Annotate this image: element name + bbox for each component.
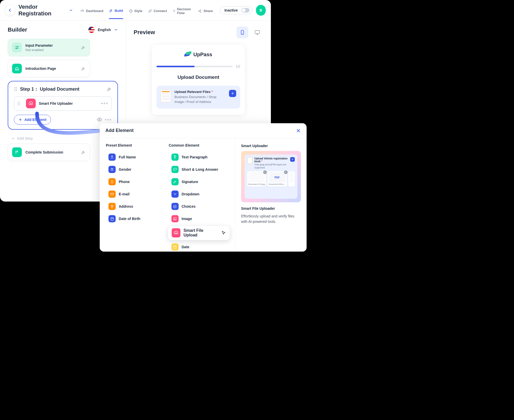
- element-date[interactable]: Date: [169, 241, 229, 252]
- top-bar: Vendor Registration Dashboard Build Styl…: [0, 0, 271, 21]
- card-subtitle: Not enabled: [25, 48, 77, 52]
- svg-point-15: [16, 89, 17, 89]
- svg-point-20: [18, 103, 19, 104]
- svg-point-33: [112, 206, 113, 206]
- close-button[interactable]: [296, 128, 301, 133]
- brand-name: UpPass: [193, 52, 212, 58]
- element-smart-upload[interactable]: Smart File Upload: [168, 225, 230, 240]
- flag-icon: [12, 147, 22, 157]
- element-phone[interactable]: Phone: [106, 176, 166, 187]
- common-elements-col: Common Element TText Paragraph Short & L…: [169, 143, 229, 246]
- element-dropdown[interactable]: Dropdown: [169, 188, 229, 200]
- preview-heading: Upload Document: [157, 74, 240, 80]
- svg-point-23: [19, 104, 20, 105]
- more-icon[interactable]: •••: [101, 100, 108, 107]
- brand-mark-icon: [185, 51, 191, 58]
- svg-point-11: [16, 48, 17, 49]
- more-icon[interactable]: •••: [105, 117, 112, 123]
- mail-icon: [108, 190, 116, 198]
- drag-handle-icon[interactable]: [14, 87, 17, 91]
- status-toggle[interactable]: Inactive: [220, 6, 252, 14]
- tab-label: Style: [134, 9, 142, 13]
- drag-handle-icon[interactable]: [17, 101, 20, 106]
- back-button[interactable]: [5, 5, 15, 16]
- step-element-card[interactable]: Smart File Uploader •••: [14, 96, 112, 111]
- tab-share[interactable]: Share: [198, 6, 213, 19]
- upload-title: Upload Relevant Files *: [175, 90, 225, 94]
- tab-decision-flow[interactable]: Decision Flow: [173, 6, 192, 19]
- element-full-name[interactable]: Full Name: [106, 151, 166, 163]
- eye-icon[interactable]: [97, 117, 102, 123]
- svg-rect-35: [174, 205, 176, 208]
- tab-dashboard[interactable]: Dashboard: [80, 6, 103, 19]
- element-dob[interactable]: Date of Birth: [106, 213, 166, 224]
- svg-point-19: [19, 102, 20, 102]
- language-label: English: [98, 28, 111, 32]
- tab-label: Dashboard: [86, 9, 103, 13]
- chevron-down-icon: [69, 8, 73, 13]
- svg-point-21: [19, 103, 20, 104]
- wrench-icon: [109, 8, 113, 13]
- settings-icon[interactable]: [107, 87, 112, 92]
- svg-point-8: [200, 9, 201, 10]
- title-dropdown[interactable]: Vendor Registration: [19, 4, 73, 17]
- svg-point-10: [17, 46, 18, 47]
- checkbox-icon: [171, 203, 179, 210]
- tab-build[interactable]: Build: [109, 6, 123, 19]
- settings-icon[interactable]: [81, 45, 86, 50]
- element-address[interactable]: Address: [106, 201, 166, 212]
- device-desktop-tab[interactable]: [251, 26, 263, 38]
- arrow-left-icon: [7, 8, 13, 13]
- plus-icon: [11, 137, 15, 140]
- element-gender[interactable]: Gender: [106, 164, 166, 175]
- add-element-button[interactable]: Add Element: [14, 115, 51, 125]
- svg-point-7: [199, 11, 199, 11]
- toggle-switch[interactable]: [241, 8, 250, 13]
- svg-point-13: [16, 87, 17, 88]
- device-mobile-tab[interactable]: [236, 26, 248, 38]
- element-answer[interactable]: Short & Long Answer: [169, 164, 229, 175]
- tab-connect[interactable]: Connect: [148, 6, 167, 19]
- add-file-button[interactable]: +: [229, 90, 236, 97]
- input-parameter-card[interactable]: Input Parameter Not enabled: [8, 39, 90, 56]
- upload-desc: Business Documents / Shop Image / Proof …: [175, 95, 225, 104]
- element-signature[interactable]: Signature: [169, 176, 229, 187]
- step-card: Step 1： Upload Document Smart File Uploa…: [8, 81, 118, 130]
- sliders-icon: [12, 43, 22, 52]
- detail-title: Smart File Uploader: [241, 206, 301, 211]
- tab-label: Connect: [154, 9, 167, 13]
- avatar[interactable]: B: [256, 5, 266, 16]
- element-email[interactable]: E-mail: [106, 188, 166, 200]
- col-heading: Common Element: [169, 143, 229, 147]
- pen-icon: [171, 178, 179, 185]
- col-heading: Preset Element: [106, 143, 166, 147]
- mobile-icon: [240, 30, 245, 35]
- tab-style[interactable]: Style: [129, 6, 142, 19]
- element-choices[interactable]: Choices: [169, 201, 229, 212]
- complete-submission-card[interactable]: Complete Submission: [8, 144, 90, 161]
- svg-point-9: [200, 12, 201, 12]
- language-selector[interactable]: English: [88, 27, 118, 33]
- detail-panel: Smart Uploader Upload Vehicle registrati…: [235, 138, 307, 252]
- svg-point-0: [129, 9, 132, 12]
- introduction-page-card[interactable]: Introduction Page: [8, 60, 90, 77]
- svg-point-17: [16, 90, 17, 91]
- preview-title: Preview: [134, 29, 155, 36]
- share-icon: [198, 9, 202, 13]
- add-element-modal: Add Element Preset Element Full Name Gen…: [100, 123, 307, 252]
- settings-icon[interactable]: [81, 66, 86, 71]
- remove-badge-icon: ×: [263, 170, 267, 174]
- link-icon: [148, 9, 152, 13]
- tab-label: Decision Flow: [177, 7, 192, 15]
- settings-icon[interactable]: [81, 150, 86, 155]
- plus-icon: +: [290, 157, 295, 162]
- calendar-icon: [171, 243, 179, 251]
- thumb-title: Upload Vehicle registration book *: [254, 157, 288, 163]
- element-text[interactable]: TText Paragraph: [169, 151, 229, 163]
- svg-rect-27: [255, 31, 260, 34]
- status-label: Inactive: [224, 8, 238, 12]
- svg-point-12: [14, 87, 15, 88]
- element-image[interactable]: Image: [169, 213, 229, 224]
- svg-point-4: [173, 10, 174, 11]
- remove-badge-icon: ×: [284, 170, 288, 174]
